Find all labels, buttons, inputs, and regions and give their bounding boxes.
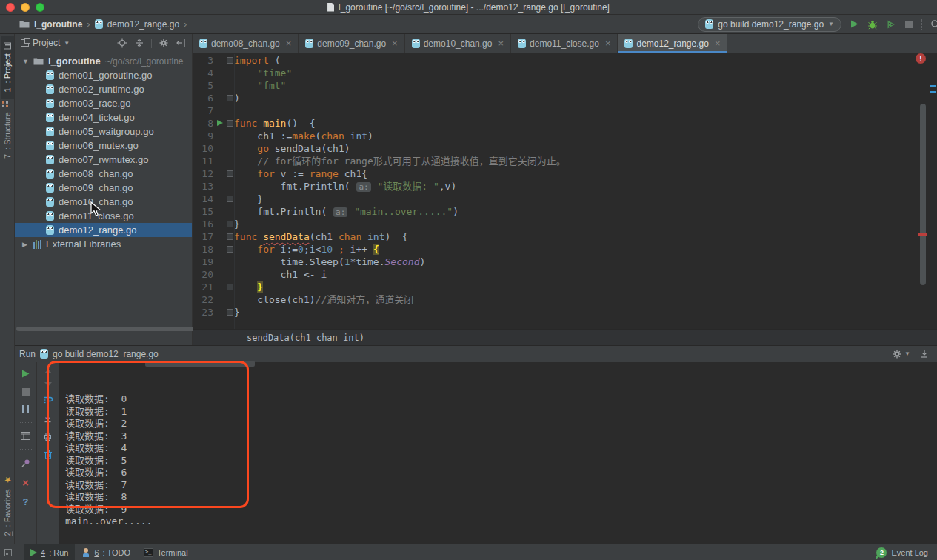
code-editor[interactable]: 3import (4 "time"5 "fmt"6)78func main() … <box>193 54 937 329</box>
help-icon[interactable]: ? <box>23 497 29 507</box>
project-file-item[interactable]: demo11_close.go <box>15 209 192 223</box>
project-file-item[interactable]: demo05_waitgroup.go <box>15 124 192 139</box>
code-line[interactable]: 4 "time" <box>193 67 937 79</box>
project-file-item[interactable]: demo02_runtime.go <box>15 82 192 96</box>
close-icon[interactable]: × <box>286 39 292 48</box>
code-line[interactable]: 20 ch1 <- i <box>193 268 937 281</box>
code-line[interactable]: 22 close(ch1)//通知对方，通道关闭 <box>193 293 937 306</box>
chevron-down-icon[interactable]: ▼ <box>64 40 70 47</box>
code-line[interactable]: 17func sendData(ch1 chan int) { <box>193 230 937 243</box>
statusbar-item-terminal[interactable]: Terminal <box>137 544 195 560</box>
gear-icon[interactable] <box>892 349 902 359</box>
gear-icon[interactable] <box>159 38 169 48</box>
search-everywhere-icon[interactable] <box>930 19 937 30</box>
tool-stripe-favorites[interactable]: 2: Favorites <box>0 468 14 542</box>
fold-marker-icon[interactable] <box>224 281 234 293</box>
fold-marker-icon[interactable] <box>224 306 234 319</box>
external-libraries-item[interactable]: ▶ External Libraries <box>15 237 192 251</box>
code-line[interactable]: 14 } <box>193 193 937 205</box>
fold-marker-icon[interactable] <box>224 117 234 130</box>
statusbar-item-todo[interactable]: 6: TODO <box>75 544 137 560</box>
close-panel-icon[interactable]: × <box>22 477 29 488</box>
close-icon[interactable]: × <box>498 39 504 48</box>
soft-wrap-icon[interactable] <box>43 396 53 404</box>
run-line-icon[interactable] <box>213 117 224 130</box>
fold-marker-icon[interactable] <box>224 193 234 205</box>
project-file-item[interactable]: demo09_chan.go <box>15 181 192 195</box>
editor-tab[interactable]: demo11_close.go× <box>511 34 618 53</box>
code-line[interactable]: 15 fmt.Println( a: "main..over.....") <box>193 205 937 218</box>
restore-layout-icon[interactable] <box>21 432 30 440</box>
collapsed-arrow-icon[interactable]: ▶ <box>22 241 29 248</box>
code-line[interactable]: 12 for v := range ch1{ <box>193 167 937 180</box>
fold-marker-icon[interactable] <box>224 243 234 256</box>
code-line[interactable]: 18 for i:=0;i<10 ; i++ { <box>193 243 937 256</box>
inspections-error-badge[interactable]: ! <box>916 53 926 64</box>
vertical-scrollbar[interactable] <box>920 104 926 285</box>
statusbar-item-run[interactable]: 4: Run <box>24 544 75 560</box>
expand-arrow-icon[interactable]: ▼ <box>22 58 29 65</box>
close-icon[interactable]: × <box>392 39 398 48</box>
code-line[interactable]: 13 fmt.Println( a: "读取数据: ",v) <box>193 180 937 193</box>
close-window-button[interactable] <box>6 3 15 12</box>
code-line[interactable]: 3import ( <box>193 54 937 67</box>
code-line[interactable]: 7 <box>193 104 937 117</box>
tool-stripe-structure[interactable]: 7: Structure <box>1 99 14 165</box>
editor-tab[interactable]: demo09_chan.go× <box>299 34 404 53</box>
minimize-window-button[interactable] <box>21 3 30 12</box>
code-line[interactable]: 23} <box>193 306 937 319</box>
fold-marker-icon[interactable] <box>224 54 234 67</box>
zoom-window-button[interactable] <box>36 3 44 12</box>
debug-button[interactable] <box>867 19 878 30</box>
code-line[interactable]: 9 ch1 :=make(chan int) <box>193 130 937 142</box>
fold-marker-icon[interactable] <box>224 92 234 104</box>
pin-tab-icon[interactable] <box>21 459 30 468</box>
scroll-to-end-icon[interactable] <box>43 413 53 423</box>
project-file-item[interactable]: demo07_rwmutex.go <box>15 153 192 167</box>
editor-tab[interactable]: demo12_range.go× <box>618 34 727 53</box>
event-log-button[interactable]: 2 Event Log <box>876 547 937 558</box>
fold-marker-icon[interactable] <box>224 218 234 230</box>
code-line[interactable]: 10 go sendData(ch1) <box>193 142 937 155</box>
editor-tab[interactable]: demo08_chan.go× <box>193 34 299 53</box>
editor-tab[interactable]: demo10_chan.go× <box>405 34 511 53</box>
code-line[interactable]: 16} <box>193 218 937 230</box>
breadcrumb-project[interactable]: l_goroutine <box>34 19 82 30</box>
collapse-all-icon[interactable] <box>134 38 144 48</box>
fold-marker-icon[interactable] <box>224 230 234 243</box>
code-line[interactable]: 6) <box>193 92 937 104</box>
project-file-item[interactable]: demo04_ticket.go <box>15 110 192 124</box>
run-button[interactable] <box>850 19 859 29</box>
fold-marker-icon[interactable] <box>224 167 234 180</box>
print-icon[interactable] <box>43 432 53 441</box>
run-with-coverage-button[interactable] <box>886 19 896 30</box>
tool-stripe-project[interactable]: 1: Project <box>1 36 14 99</box>
project-file-item[interactable]: demo06_mutex.go <box>15 139 192 153</box>
locate-file-icon[interactable] <box>117 38 127 48</box>
horizontal-scrollbar[interactable] <box>16 327 203 331</box>
run-configuration-select[interactable]: go build demo12_range.go ▼ <box>698 17 841 32</box>
hide-panel-icon[interactable] <box>176 38 186 48</box>
project-file-item[interactable]: demo03_race.go <box>15 96 192 110</box>
close-icon[interactable]: × <box>605 39 611 48</box>
dock-panel-icon[interactable] <box>919 349 930 359</box>
run-settings[interactable]: ▼ <box>892 349 910 359</box>
close-icon[interactable]: × <box>715 39 721 48</box>
code-line[interactable]: 8func main() { <box>193 117 937 130</box>
code-line[interactable]: 5 "fmt" <box>193 79 937 92</box>
project-file-item[interactable]: demo08_chan.go <box>15 167 192 181</box>
breadcrumb-file[interactable]: demo12_range.go <box>107 19 179 30</box>
project-file-item[interactable]: demo12_range.go <box>15 223 192 237</box>
code-line[interactable]: 11 // for循环的for range形式可用于从通道接收值，直到它关闭为止… <box>193 155 937 167</box>
project-root-item[interactable]: ▼ l_goroutine ~/go/src/l_goroutine <box>15 54 192 68</box>
clear-console-icon[interactable] <box>44 450 53 459</box>
project-panel-title[interactable]: Project <box>33 38 60 48</box>
tool-window-switcher[interactable] <box>0 549 16 556</box>
error-stripe-mark[interactable] <box>918 233 927 236</box>
code-line[interactable]: 21 } <box>193 281 937 293</box>
run-console[interactable]: 读取数据: 0读取数据: 1读取数据: 2读取数据: 3读取数据: 4读取数据:… <box>59 362 937 544</box>
code-line[interactable]: 19 time.Sleep(1*time.Second) <box>193 256 937 268</box>
project-file-item[interactable]: demo10_chan.go <box>15 195 192 209</box>
project-file-item[interactable]: demo01_goroutine.go <box>15 68 192 82</box>
rerun-button[interactable] <box>21 369 30 379</box>
